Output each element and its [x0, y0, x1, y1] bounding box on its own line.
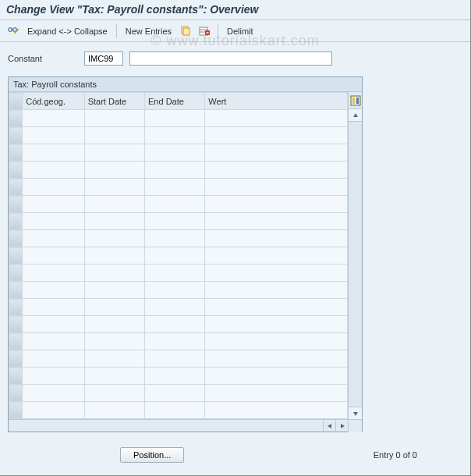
col-header-geog[interactable]: Cód.geog. [23, 93, 84, 110]
table-cell[interactable] [205, 350, 348, 368]
table-cell[interactable] [23, 213, 84, 230]
table-cell[interactable] [145, 230, 205, 247]
copy-icon[interactable] [179, 24, 193, 38]
table-cell[interactable] [145, 247, 205, 265]
row-selector[interactable] [9, 213, 23, 230]
row-selector[interactable] [9, 247, 23, 265]
table-cell[interactable] [23, 385, 84, 402]
table-cell[interactable] [145, 110, 205, 127]
table-settings-icon[interactable] [349, 92, 362, 109]
constant-code-input[interactable] [84, 52, 123, 66]
table-cell[interactable] [23, 230, 84, 247]
row-selector[interactable] [9, 265, 23, 282]
table-cell[interactable] [84, 213, 144, 230]
table-cell[interactable] [145, 179, 205, 196]
row-selector[interactable] [9, 316, 23, 333]
table-cell[interactable] [84, 282, 144, 299]
table-cell[interactable] [205, 247, 348, 265]
table-cell[interactable] [145, 196, 205, 213]
table-cell[interactable] [23, 110, 84, 127]
row-selector[interactable] [9, 282, 23, 299]
row-selector[interactable] [9, 196, 23, 213]
table-cell[interactable] [84, 110, 144, 127]
table-cell[interactable] [145, 144, 205, 162]
table-cell[interactable] [145, 213, 205, 230]
row-selector[interactable] [9, 110, 23, 127]
new-entries-button[interactable]: New Entries [123, 25, 174, 37]
toggle-display-change-icon[interactable] [6, 24, 20, 38]
row-selector[interactable] [9, 162, 23, 179]
table-cell[interactable] [205, 333, 348, 350]
row-selector[interactable] [9, 350, 23, 368]
delete-row-icon[interactable] [197, 24, 211, 38]
table-cell[interactable] [145, 350, 205, 368]
table-cell[interactable] [23, 162, 84, 179]
table-cell[interactable] [145, 265, 205, 282]
col-header-enddate[interactable]: End Date [145, 93, 205, 110]
table-cell[interactable] [145, 368, 205, 385]
row-selector[interactable] [9, 299, 23, 316]
table-cell[interactable] [145, 127, 205, 144]
table-cell[interactable] [23, 333, 84, 350]
table-cell[interactable] [205, 110, 348, 127]
table-cell[interactable] [145, 299, 205, 316]
table-cell[interactable] [84, 179, 144, 196]
table-cell[interactable] [23, 144, 84, 162]
table-cell[interactable] [84, 316, 144, 333]
table-cell[interactable] [205, 162, 348, 179]
delimit-button[interactable]: Delimit [225, 25, 256, 37]
table-cell[interactable] [205, 368, 348, 385]
row-selector[interactable] [9, 179, 23, 196]
table-cell[interactable] [205, 230, 348, 247]
table-cell[interactable] [205, 196, 348, 213]
row-selector[interactable] [9, 385, 23, 402]
table-cell[interactable] [205, 385, 348, 402]
col-header-wert[interactable]: Wert [205, 93, 348, 110]
table-cell[interactable] [84, 333, 144, 350]
table-cell[interactable] [23, 350, 84, 368]
table-cell[interactable] [205, 402, 348, 419]
table-cell[interactable] [23, 299, 84, 316]
table-cell[interactable] [84, 127, 144, 144]
table-cell[interactable] [84, 265, 144, 282]
table-cell[interactable] [205, 127, 348, 144]
table-cell[interactable] [205, 265, 348, 282]
table-cell[interactable] [84, 385, 144, 402]
table-cell[interactable] [145, 402, 205, 419]
scroll-up-icon[interactable] [349, 109, 362, 122]
table-cell[interactable] [23, 247, 84, 265]
table-cell[interactable] [205, 282, 348, 299]
select-all-header[interactable] [9, 93, 23, 110]
scroll-track[interactable] [349, 122, 362, 407]
table-cell[interactable] [23, 316, 84, 333]
row-selector[interactable] [9, 368, 23, 385]
table-cell[interactable] [23, 368, 84, 385]
table-cell[interactable] [205, 316, 348, 333]
table-cell[interactable] [205, 179, 348, 196]
table-cell[interactable] [23, 282, 84, 299]
table-cell[interactable] [23, 127, 84, 144]
table-cell[interactable] [145, 385, 205, 402]
row-selector[interactable] [9, 127, 23, 144]
table-cell[interactable] [145, 282, 205, 299]
table-cell[interactable] [145, 316, 205, 333]
expand-collapse-button[interactable]: Expand <-> Collapse [25, 25, 110, 37]
row-selector[interactable] [9, 230, 23, 247]
table-cell[interactable] [23, 265, 84, 282]
row-selector[interactable] [9, 402, 23, 419]
table-cell[interactable] [23, 402, 84, 419]
table-cell[interactable] [84, 144, 144, 162]
table-cell[interactable] [205, 299, 348, 316]
table-cell[interactable] [145, 162, 205, 179]
table-cell[interactable] [205, 144, 348, 162]
scroll-right-icon[interactable] [335, 420, 348, 432]
col-header-startdate[interactable]: Start Date [84, 93, 144, 110]
position-button[interactable]: Position... [120, 447, 184, 463]
constant-description-input[interactable] [129, 52, 332, 66]
table-cell[interactable] [84, 368, 144, 385]
table-cell[interactable] [145, 333, 205, 350]
table-cell[interactable] [23, 196, 84, 213]
scroll-left-icon[interactable] [323, 420, 335, 432]
table-cell[interactable] [84, 247, 144, 265]
table-cell[interactable] [84, 196, 144, 213]
